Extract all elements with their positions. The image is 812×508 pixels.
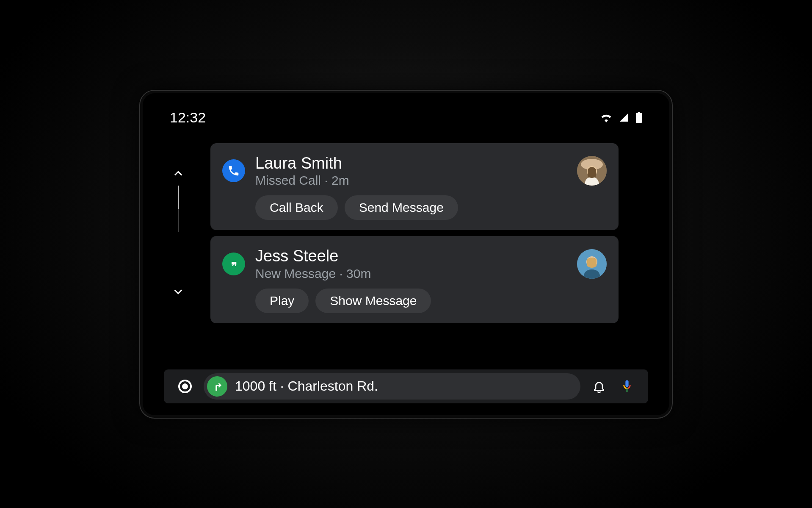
- navigation-text: 1000 ft · Charleston Rd.: [235, 378, 378, 394]
- play-button[interactable]: Play: [255, 289, 309, 313]
- scroll-down-button[interactable]: [170, 283, 187, 300]
- hangouts-icon: [222, 253, 245, 275]
- turn-right-icon: [207, 376, 227, 397]
- status-bar: 12:32: [170, 109, 642, 126]
- card-text-block: Laura Smith Missed Call · 2m: [255, 154, 567, 188]
- avatar: [577, 156, 607, 186]
- navigation-pill[interactable]: 1000 ft · Charleston Rd.: [204, 373, 580, 400]
- nav-bar: 1000 ft · Charleston Rd.: [164, 369, 648, 403]
- notification-card[interactable]: Jess Steele New Message · 30m Play Show …: [210, 236, 619, 323]
- battery-icon: [635, 112, 642, 123]
- card-title: Jess Steele: [255, 247, 567, 266]
- screen: 12:32: [147, 97, 665, 411]
- car-display-frame: 12:32: [139, 90, 673, 419]
- card-subtitle: Missed Call · 2m: [255, 173, 567, 188]
- send-message-button[interactable]: Send Message: [345, 195, 458, 220]
- call-back-button[interactable]: Call Back: [255, 195, 338, 220]
- scrollbar-track[interactable]: [178, 186, 179, 232]
- wifi-icon: [600, 112, 613, 122]
- card-header-row: Jess Steele New Message · 30m: [222, 247, 607, 281]
- card-subtitle: New Message · 30m: [255, 266, 567, 281]
- card-actions: Play Show Message: [222, 289, 607, 313]
- card-actions: Call Back Send Message: [222, 195, 607, 220]
- card-title: Laura Smith: [255, 154, 567, 173]
- clock: 12:32: [170, 109, 206, 126]
- notifications-button[interactable]: [590, 377, 608, 396]
- launcher-button[interactable]: [176, 377, 194, 396]
- svg-point-7: [182, 383, 188, 389]
- notification-card[interactable]: Laura Smith Missed Call · 2m Call Back S…: [210, 143, 619, 230]
- card-header-row: Laura Smith Missed Call · 2m: [222, 154, 607, 188]
- scroll-controls: [170, 165, 187, 300]
- show-message-button[interactable]: Show Message: [315, 289, 431, 313]
- scrollbar-thumb[interactable]: [178, 186, 179, 209]
- status-icons: [600, 112, 642, 123]
- photo-background: 12:32: [0, 0, 812, 508]
- notification-list: Laura Smith Missed Call · 2m Call Back S…: [210, 143, 619, 323]
- svg-rect-8: [625, 380, 628, 387]
- assistant-mic-button[interactable]: [618, 377, 636, 396]
- signal-icon: [619, 112, 630, 122]
- scroll-up-button[interactable]: [170, 165, 187, 182]
- phone-icon: [222, 159, 245, 182]
- avatar: [577, 249, 607, 279]
- card-text-block: Jess Steele New Message · 30m: [255, 247, 567, 281]
